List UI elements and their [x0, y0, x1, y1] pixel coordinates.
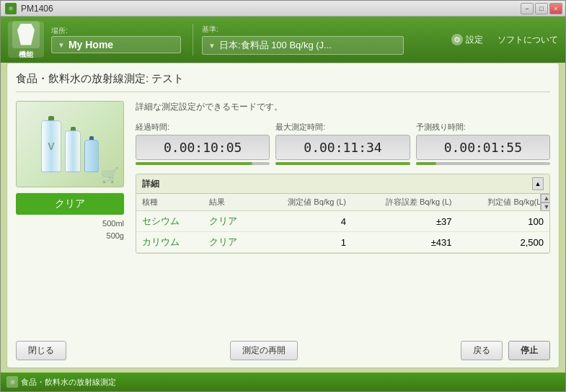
- about-button[interactable]: ソフトについて: [498, 34, 558, 46]
- details-section: 詳細 ▲ 核種 結果 測定値 Bq/kg (L): [136, 174, 550, 254]
- max-progress-bar: [275, 162, 410, 165]
- settings-label: 設定: [466, 34, 483, 46]
- col-measured: 測定値 Bq/kg (L): [257, 194, 352, 211]
- app-icon: ⚛: [5, 3, 17, 14]
- action-bar: 閉じる 測定の再開 戻る 停止: [16, 341, 550, 360]
- product-image: V: [16, 101, 124, 187]
- application-window: ⚛ PM1406 − □ × 機能 場所: ▼ My Home: [0, 0, 566, 392]
- taskbar-label: 食品・飲料水の放射線測定: [21, 377, 116, 388]
- elapsed-value: 0.00:10:05: [136, 135, 270, 160]
- remaining-progress-bar: [416, 162, 550, 165]
- content-body: V: [16, 101, 550, 254]
- back-button[interactable]: 戻る: [461, 341, 503, 360]
- title-bar: ⚛ PM1406 − □ ×: [1, 1, 565, 17]
- table-row: セシウム クリア 4 ±37 100: [136, 211, 549, 232]
- standard-section: 基準: ▼ 日本:食料品 100 Bq/kg (J...: [202, 24, 451, 55]
- elapsed-progress-fill: [136, 162, 252, 165]
- tolerance-cesium: ±37: [352, 211, 458, 232]
- weight-line1: 500ml: [16, 218, 124, 230]
- timers-row: 経過時間: 0.00:10:05 最大測定時間: 0.00:11:34: [136, 122, 550, 165]
- settings-button[interactable]: ⚙ 設定: [451, 34, 483, 46]
- remaining-timer: 予測残り時間: 0.00:01:55: [416, 122, 550, 165]
- elapsed-progress-bar: [136, 162, 270, 165]
- table-scroll-up[interactable]: ▲: [541, 194, 550, 202]
- remaining-value: 0.00:01:55: [416, 135, 550, 160]
- nuclide-potassium: カリウム: [136, 232, 203, 253]
- close-button[interactable]: 閉じる: [16, 341, 66, 360]
- weight-line2: 500g: [16, 230, 124, 242]
- header-divider: [193, 24, 193, 55]
- result-potassium: クリア: [203, 232, 257, 253]
- taskbar-item[interactable]: ⚛ 食品・飲料水の放射線測定: [6, 376, 116, 388]
- location-dropdown[interactable]: ▼ My Home: [51, 36, 181, 53]
- measured-potassium: 1: [257, 232, 352, 253]
- page-title: 食品・飲料水の放射線測定: テスト: [16, 72, 550, 92]
- col-nuclide: 核種: [136, 194, 203, 211]
- app-title: PM1406: [21, 4, 53, 14]
- about-label: ソフトについて: [498, 35, 558, 45]
- dropdown-arrow-icon: ▼: [58, 41, 65, 49]
- standard-arrow-icon: ▼: [208, 42, 216, 50]
- elapsed-timer: 経過時間: 0.00:10:05: [136, 122, 270, 165]
- result-cesium: クリア: [203, 211, 257, 232]
- measured-cesium: 4: [257, 211, 352, 232]
- logo-label: 機能: [12, 50, 40, 59]
- app-logo-area: 機能: [8, 22, 44, 58]
- minimize-button[interactable]: −: [521, 3, 534, 14]
- max-progress-fill: [275, 162, 410, 165]
- col-result: 結果: [203, 194, 257, 211]
- clear-button[interactable]: クリア: [16, 193, 124, 215]
- details-section-label: 詳細: [142, 178, 159, 190]
- weight-info: 500ml 500g: [16, 218, 124, 241]
- taskbar: ⚛ 食品・飲料水の放射線測定: [1, 373, 565, 391]
- tolerance-potassium: ±431: [352, 232, 458, 253]
- maximize-button[interactable]: □: [535, 3, 548, 14]
- col-judgment: 判定値 Bq/kg(L) ▲ ▼: [458, 194, 549, 211]
- restart-button[interactable]: 測定の再開: [230, 341, 298, 360]
- standard-value: 日本:食料品 100 Bq/kg (J...: [219, 39, 332, 52]
- taskbar-icon: ⚛: [6, 376, 18, 388]
- max-label: 最大測定時間:: [275, 122, 410, 133]
- stop-button[interactable]: 停止: [508, 341, 550, 360]
- details-table: 核種 結果 測定値 Bq/kg (L) 許容誤差 Bq/kg (L) 判定値 B…: [136, 194, 549, 253]
- description-text: 詳細な測定設定ができるモードです。: [136, 101, 550, 113]
- close-button[interactable]: ×: [549, 3, 562, 14]
- col-tolerance: 許容誤差 Bq/kg (L): [352, 194, 458, 211]
- judgment-potassium: 2,500: [458, 232, 549, 253]
- table-row: カリウム クリア 1 ±431 2,500: [136, 232, 549, 253]
- inner-panel: 食品・飲料水の放射線測定: テスト V: [6, 63, 560, 368]
- header-bar: 機能 場所: ▼ My Home 基準: ▼ 日本:食料品 100 Bq/kg …: [1, 17, 565, 63]
- main-area: 食品・飲料水の放射線測定: テスト V: [1, 63, 565, 374]
- left-panel: V: [16, 101, 124, 254]
- window-controls: − □ ×: [521, 3, 562, 14]
- right-panel: 詳細な測定設定ができるモードです。 経過時間: 0.00:10:05 最大測定時…: [136, 101, 550, 254]
- remaining-progress-fill: [416, 162, 436, 165]
- nuclide-cesium: セシウム: [136, 211, 203, 232]
- cart-icon: 🛒: [101, 166, 119, 184]
- location-value: My Home: [68, 39, 113, 50]
- max-timer: 最大測定時間: 0.00:11:34: [275, 122, 410, 165]
- gear-icon: ⚙: [451, 34, 463, 45]
- remaining-label: 予測残り時間:: [416, 122, 550, 133]
- standard-label: 基準:: [202, 24, 451, 35]
- scroll-up-button[interactable]: ▲: [532, 177, 544, 190]
- standard-dropdown[interactable]: ▼ 日本:食料品 100 Bq/kg (J...: [202, 36, 404, 55]
- elapsed-label: 経過時間:: [136, 122, 270, 133]
- judgment-cesium: 100: [458, 211, 549, 232]
- table-scroll-down[interactable]: ▼: [541, 202, 550, 211]
- max-value: 0.00:11:34: [275, 135, 410, 160]
- location-label: 場所:: [51, 26, 181, 36]
